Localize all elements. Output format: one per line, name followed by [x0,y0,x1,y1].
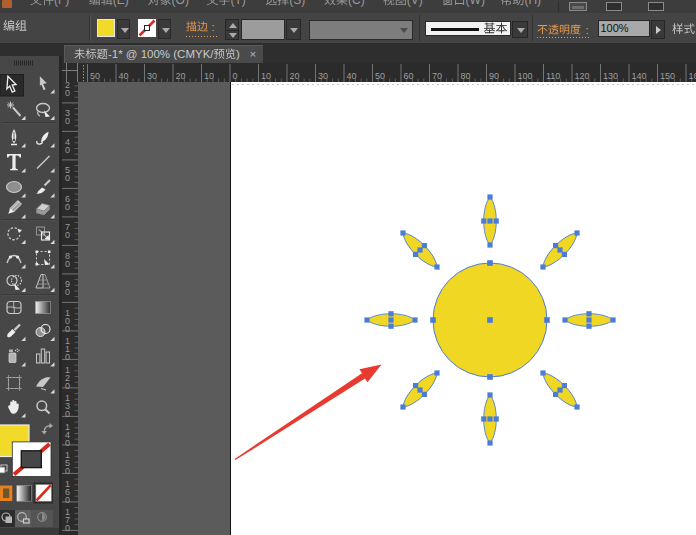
svg-text:50: 50 [90,71,100,81]
svg-text:30: 30 [147,71,157,81]
svg-text:10: 10 [261,71,271,81]
svg-text:0: 0 [65,287,70,297]
svg-text:0: 0 [65,495,70,505]
svg-text:40: 40 [347,71,357,81]
svg-text:10: 10 [204,71,214,81]
svg-text:0: 0 [65,88,70,98]
svg-text:60: 60 [404,71,414,81]
svg-text:50: 50 [375,71,385,81]
svg-text:70: 70 [432,71,442,81]
svg-text:0: 0 [65,409,70,419]
svg-text:0: 0 [65,259,70,269]
svg-text:30: 30 [318,71,328,81]
svg-text:0: 0 [65,466,70,476]
svg-text:0: 0 [65,202,70,212]
svg-text:40: 40 [119,71,129,81]
svg-text:130: 130 [603,71,618,81]
svg-text:150: 150 [660,71,675,81]
svg-text:20: 20 [176,71,186,81]
svg-text:0: 0 [65,230,70,240]
svg-text:0: 0 [65,173,70,183]
svg-text:0: 0 [233,71,238,81]
svg-text:0: 0 [65,381,70,391]
svg-text:20: 20 [290,71,300,81]
svg-text:0: 0 [65,523,70,533]
svg-text:110: 110 [546,71,560,81]
svg-text:0: 0 [65,145,70,155]
svg-text:90: 90 [489,71,499,81]
svg-text:80: 80 [461,71,471,81]
svg-text:0: 0 [65,352,70,362]
svg-text:140: 140 [632,71,647,81]
svg-text:0: 0 [65,438,70,448]
svg-text:0: 0 [65,324,70,334]
svg-text:0: 0 [65,116,70,126]
svg-text:160: 160 [689,71,696,81]
svg-text:100: 100 [518,71,533,81]
svg-text:120: 120 [575,71,590,81]
